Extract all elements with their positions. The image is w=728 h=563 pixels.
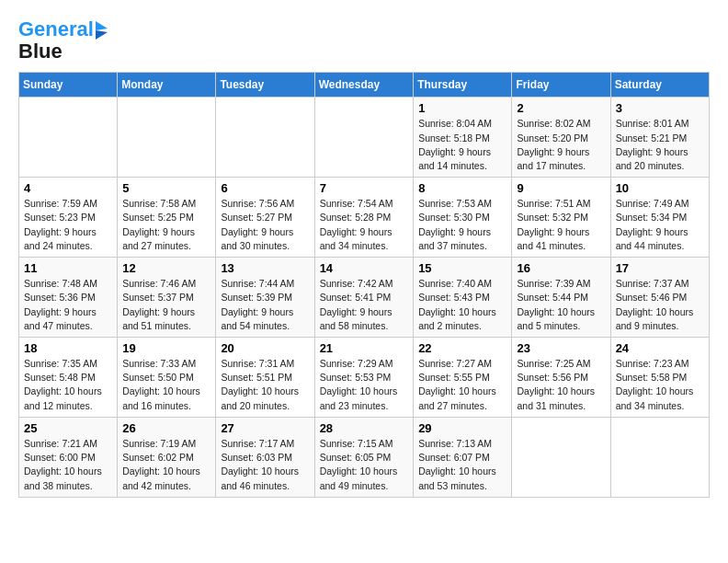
- calendar-table: SundayMondayTuesdayWednesdayThursdayFrid…: [18, 72, 710, 497]
- day-number: 3: [616, 101, 704, 115]
- logo-text: General: [18, 18, 94, 40]
- day-info: Sunrise: 7:35 AM Sunset: 5:48 PM Dayligh…: [24, 357, 112, 413]
- day-number: 7: [320, 181, 409, 195]
- calendar-cell: 7Sunrise: 7:54 AM Sunset: 5:28 PM Daylig…: [314, 178, 414, 258]
- day-info: Sunrise: 7:15 AM Sunset: 6:05 PM Dayligh…: [320, 437, 409, 493]
- day-info: Sunrise: 7:31 AM Sunset: 5:51 PM Dayligh…: [221, 357, 309, 413]
- day-info: Sunrise: 7:40 AM Sunset: 5:43 PM Dayligh…: [418, 277, 506, 333]
- week-row-3: 11Sunrise: 7:48 AM Sunset: 5:36 PM Dayli…: [19, 258, 710, 338]
- day-number: 17: [616, 261, 704, 275]
- col-header-monday: Monday: [118, 73, 216, 98]
- day-number: 19: [122, 341, 210, 355]
- calendar-cell: 10Sunrise: 7:49 AM Sunset: 5:34 PM Dayli…: [610, 178, 709, 258]
- day-info: Sunrise: 7:33 AM Sunset: 5:50 PM Dayligh…: [122, 357, 210, 413]
- day-info: Sunrise: 7:54 AM Sunset: 5:28 PM Dayligh…: [320, 197, 409, 253]
- day-info: Sunrise: 7:23 AM Sunset: 5:58 PM Dayligh…: [616, 357, 704, 413]
- day-info: Sunrise: 7:56 AM Sunset: 5:27 PM Dayligh…: [221, 197, 309, 253]
- calendar-cell: 23Sunrise: 7:25 AM Sunset: 5:56 PM Dayli…: [512, 338, 610, 418]
- calendar-cell: 4Sunrise: 7:59 AM Sunset: 5:23 PM Daylig…: [19, 178, 118, 258]
- day-info: Sunrise: 7:19 AM Sunset: 6:02 PM Dayligh…: [122, 437, 210, 493]
- calendar-cell: 3Sunrise: 8:01 AM Sunset: 5:21 PM Daylig…: [610, 98, 709, 178]
- day-info: Sunrise: 7:17 AM Sunset: 6:03 PM Dayligh…: [221, 437, 309, 493]
- calendar-cell: [19, 98, 118, 178]
- day-info: Sunrise: 7:21 AM Sunset: 6:00 PM Dayligh…: [24, 437, 112, 493]
- week-row-5: 25Sunrise: 7:21 AM Sunset: 6:00 PM Dayli…: [19, 417, 710, 497]
- calendar-cell: [118, 98, 216, 178]
- day-info: Sunrise: 7:27 AM Sunset: 5:55 PM Dayligh…: [418, 357, 506, 413]
- day-info: Sunrise: 8:01 AM Sunset: 5:21 PM Dayligh…: [616, 117, 704, 173]
- day-info: Sunrise: 7:13 AM Sunset: 6:07 PM Dayligh…: [418, 437, 506, 493]
- calendar-cell: [512, 417, 610, 497]
- day-info: Sunrise: 7:51 AM Sunset: 5:32 PM Dayligh…: [517, 197, 605, 253]
- calendar-cell: [216, 98, 314, 178]
- day-info: Sunrise: 7:25 AM Sunset: 5:56 PM Dayligh…: [517, 357, 605, 413]
- calendar-cell: 17Sunrise: 7:37 AM Sunset: 5:46 PM Dayli…: [610, 258, 709, 338]
- day-info: Sunrise: 7:42 AM Sunset: 5:41 PM Dayligh…: [320, 277, 409, 333]
- day-info: Sunrise: 7:58 AM Sunset: 5:25 PM Dayligh…: [122, 197, 210, 253]
- logo-text2: Blue: [18, 40, 108, 63]
- day-info: Sunrise: 7:53 AM Sunset: 5:30 PM Dayligh…: [418, 197, 506, 253]
- day-number: 25: [24, 421, 112, 435]
- col-header-friday: Friday: [512, 73, 610, 98]
- week-row-1: 1Sunrise: 8:04 AM Sunset: 5:18 PM Daylig…: [19, 98, 710, 178]
- day-number: 6: [221, 181, 309, 195]
- calendar-cell: 27Sunrise: 7:17 AM Sunset: 6:03 PM Dayli…: [216, 417, 314, 497]
- day-number: 20: [221, 341, 309, 355]
- day-number: 21: [320, 341, 409, 355]
- calendar-cell: 5Sunrise: 7:58 AM Sunset: 5:25 PM Daylig…: [118, 178, 216, 258]
- col-header-thursday: Thursday: [414, 73, 512, 98]
- day-info: Sunrise: 7:39 AM Sunset: 5:44 PM Dayligh…: [517, 277, 605, 333]
- calendar-cell: 19Sunrise: 7:33 AM Sunset: 5:50 PM Dayli…: [118, 338, 216, 418]
- calendar-cell: 11Sunrise: 7:48 AM Sunset: 5:36 PM Dayli…: [19, 258, 118, 338]
- calendar-cell: 2Sunrise: 8:02 AM Sunset: 5:20 PM Daylig…: [512, 98, 610, 178]
- calendar-cell: 1Sunrise: 8:04 AM Sunset: 5:18 PM Daylig…: [414, 98, 512, 178]
- calendar-cell: 16Sunrise: 7:39 AM Sunset: 5:44 PM Dayli…: [512, 258, 610, 338]
- day-info: Sunrise: 7:37 AM Sunset: 5:46 PM Dayligh…: [616, 277, 704, 333]
- day-number: 5: [122, 181, 210, 195]
- day-number: 2: [517, 101, 605, 115]
- day-number: 26: [122, 421, 210, 435]
- calendar-cell: 24Sunrise: 7:23 AM Sunset: 5:58 PM Dayli…: [610, 338, 709, 418]
- calendar-cell: 21Sunrise: 7:29 AM Sunset: 5:53 PM Dayli…: [314, 338, 414, 418]
- day-info: Sunrise: 8:02 AM Sunset: 5:20 PM Dayligh…: [517, 117, 605, 173]
- day-number: 27: [221, 421, 309, 435]
- day-number: 10: [616, 181, 704, 195]
- day-number: 14: [320, 261, 409, 275]
- calendar-cell: 28Sunrise: 7:15 AM Sunset: 6:05 PM Dayli…: [314, 417, 414, 497]
- calendar-cell: 26Sunrise: 7:19 AM Sunset: 6:02 PM Dayli…: [118, 417, 216, 497]
- col-header-tuesday: Tuesday: [216, 73, 314, 98]
- day-number: 18: [24, 341, 112, 355]
- day-number: 13: [221, 261, 309, 275]
- day-number: 22: [418, 341, 506, 355]
- calendar-cell: [314, 98, 414, 178]
- day-number: 8: [418, 181, 506, 195]
- week-row-4: 18Sunrise: 7:35 AM Sunset: 5:48 PM Dayli…: [19, 338, 710, 418]
- day-number: 24: [616, 341, 704, 355]
- calendar-cell: 18Sunrise: 7:35 AM Sunset: 5:48 PM Dayli…: [19, 338, 118, 418]
- logo: General Blue: [18, 18, 108, 63]
- day-info: Sunrise: 7:59 AM Sunset: 5:23 PM Dayligh…: [24, 197, 112, 253]
- day-number: 28: [320, 421, 409, 435]
- calendar-cell: 12Sunrise: 7:46 AM Sunset: 5:37 PM Dayli…: [118, 258, 216, 338]
- day-number: 9: [517, 181, 605, 195]
- calendar-cell: 29Sunrise: 7:13 AM Sunset: 6:07 PM Dayli…: [414, 417, 512, 497]
- calendar-cell: 15Sunrise: 7:40 AM Sunset: 5:43 PM Dayli…: [414, 258, 512, 338]
- col-header-saturday: Saturday: [610, 73, 709, 98]
- day-info: Sunrise: 7:29 AM Sunset: 5:53 PM Dayligh…: [320, 357, 409, 413]
- calendar-cell: 9Sunrise: 7:51 AM Sunset: 5:32 PM Daylig…: [512, 178, 610, 258]
- col-header-wednesday: Wednesday: [314, 73, 414, 98]
- day-number: 16: [517, 261, 605, 275]
- page-header: General Blue: [18, 18, 710, 63]
- day-info: Sunrise: 8:04 AM Sunset: 5:18 PM Dayligh…: [418, 117, 506, 173]
- day-number: 4: [24, 181, 112, 195]
- day-number: 23: [517, 341, 605, 355]
- day-number: 11: [24, 261, 112, 275]
- calendar-cell: 8Sunrise: 7:53 AM Sunset: 5:30 PM Daylig…: [414, 178, 512, 258]
- calendar-cell: 20Sunrise: 7:31 AM Sunset: 5:51 PM Dayli…: [216, 338, 314, 418]
- col-header-sunday: Sunday: [19, 73, 118, 98]
- day-number: 15: [418, 261, 506, 275]
- calendar-cell: 14Sunrise: 7:42 AM Sunset: 5:41 PM Dayli…: [314, 258, 414, 338]
- week-row-2: 4Sunrise: 7:59 AM Sunset: 5:23 PM Daylig…: [19, 178, 710, 258]
- day-number: 29: [418, 421, 506, 435]
- day-number: 1: [418, 101, 506, 115]
